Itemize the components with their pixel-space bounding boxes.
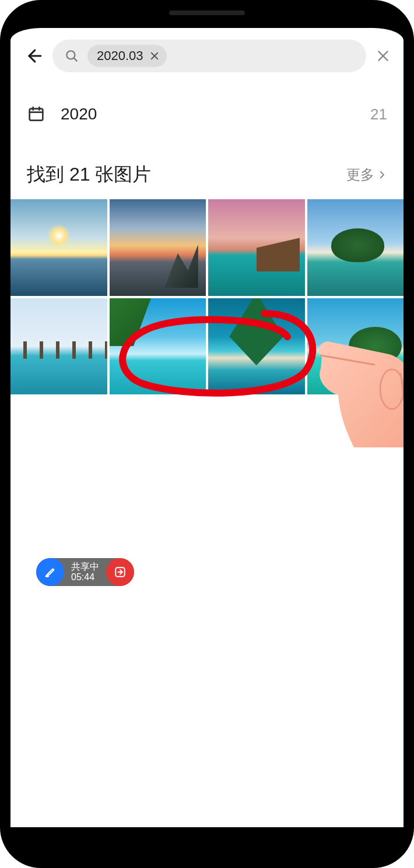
annotate-button[interactable] — [36, 558, 64, 586]
pencil-icon — [44, 566, 57, 578]
date-filter-label: 2020 — [61, 105, 355, 124]
screen-share-widget[interactable]: 共享中 05:44 — [36, 558, 134, 586]
share-status-label: 共享中 — [71, 562, 99, 572]
more-link[interactable]: 更多 — [346, 165, 387, 184]
app-screen: 2020.03 2020 21 找到 21 张图片 更多 — [10, 28, 404, 827]
clear-icon[interactable] — [376, 48, 391, 63]
chevron-right-icon — [377, 170, 387, 180]
back-icon[interactable] — [23, 46, 43, 66]
date-filter-row[interactable]: 2020 21 — [10, 78, 404, 129]
photo-thumbnail[interactable] — [110, 199, 206, 296]
stop-share-button[interactable] — [106, 558, 134, 586]
photo-thumbnail[interactable] — [307, 298, 404, 395]
date-filter-count: 21 — [370, 105, 387, 124]
share-status: 共享中 05:44 — [64, 562, 106, 583]
exit-icon — [114, 566, 127, 578]
chip-close-icon[interactable] — [149, 51, 160, 61]
photo-thumbnail[interactable] — [307, 199, 404, 296]
search-icon — [64, 48, 79, 63]
share-timer: 05:44 — [71, 572, 99, 583]
results-title: 找到 21 张图片 — [27, 162, 346, 188]
results-header: 找到 21 张图片 更多 — [10, 129, 404, 199]
search-chip[interactable]: 2020.03 — [87, 45, 167, 67]
search-input-container[interactable]: 2020.03 — [52, 40, 366, 72]
photo-thumbnail[interactable] — [10, 199, 107, 296]
svg-line-2 — [73, 58, 76, 61]
calendar-icon — [27, 105, 45, 124]
photo-grid — [10, 199, 404, 394]
search-bar-row: 2020.03 — [10, 28, 404, 78]
search-chip-text: 2020.03 — [97, 48, 143, 63]
photo-thumbnail[interactable] — [208, 199, 305, 296]
svg-rect-7 — [30, 109, 43, 121]
photo-thumbnail[interactable] — [10, 298, 107, 395]
more-link-label: 更多 — [346, 165, 374, 184]
photo-thumbnail[interactable] — [208, 298, 305, 395]
photo-thumbnail[interactable] — [110, 298, 206, 395]
